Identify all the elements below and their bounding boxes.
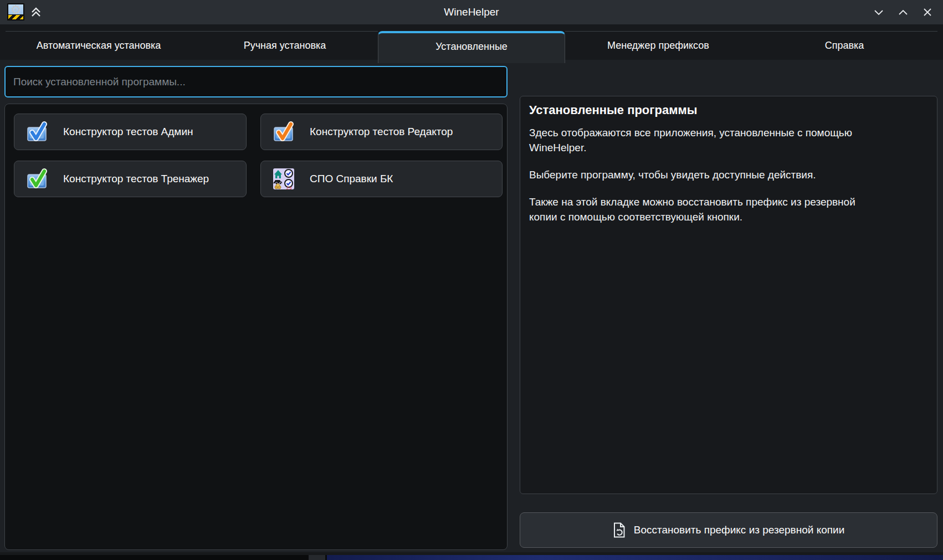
tab-auto-install[interactable]: Автоматическая установка [6,31,192,60]
program-name: Конструктор тестов Тренажер [63,173,209,185]
chevron-up-icon [897,6,909,18]
help-panel-title: Установленные программы [529,103,928,117]
titlebar[interactable]: ⚙ WineHelper [0,0,943,24]
program-name: СПО Справки БК [310,173,393,185]
board-blue-check-icon [25,120,49,143]
tab-prefix-manager[interactable]: Менеджер префиксов [565,31,751,60]
board-orange-check-icon [272,120,295,143]
minimize-button[interactable] [872,6,885,19]
help-paragraph: Также на этой вкладке можно восстановить… [529,194,884,224]
close-button[interactable] [921,6,934,19]
program-item-konstruktor-redaktor[interactable]: Конструктор тестов Редактор [260,114,503,150]
window-controls [872,0,934,24]
svg-text:2.5: 2.5 [286,186,292,190]
program-item-konstruktor-trenazher[interactable]: Конструктор тестов Тренажер [14,161,247,197]
search-input[interactable] [4,66,508,97]
programs-grid: Конструктор тестов Админ Конструктор тес… [14,114,507,197]
taskbar-blue-area[interactable] [327,555,943,560]
winehelper-window: ⚙ WineHelper [0,0,943,560]
help-paragraph: Выберите программу, чтобы увидеть доступ… [529,167,884,182]
tab-bar: Автоматическая установка Ручная установк… [0,24,943,60]
tab-manual-install[interactable]: Ручная установка [192,31,378,60]
restore-prefix-button[interactable]: Восстановить префикс из резервной копии [520,512,937,548]
desktop-taskbar-strip[interactable] [0,555,943,560]
maximize-button[interactable] [896,6,910,19]
tab-installed[interactable]: Установленные [378,31,565,63]
taskbar-item-block[interactable] [309,555,325,560]
document-restore-icon [613,522,626,538]
chevron-down-icon [873,6,885,18]
program-item-konstruktor-admin[interactable]: Конструктор тестов Админ [14,114,247,150]
help-panel: Установленные программы Здесь отображают… [520,96,937,494]
installed-programs-panel: Конструктор тестов Админ Конструктор тес… [4,104,508,550]
program-item-spo-spravki-bk[interactable]: 2.5 СПО Справки БК [260,161,503,197]
program-name: Конструктор тестов Редактор [310,126,453,138]
board-green-check-icon [25,167,49,191]
restore-button-label: Восстановить префикс из резервной копии [634,524,845,536]
window-title: WineHelper [0,0,943,24]
help-paragraph: Здесь отображаются все приложения, устан… [529,125,884,155]
spo-spravki-bk-icon: 2.5 [272,167,295,191]
tab-help[interactable]: Справка [751,31,937,60]
close-icon [921,6,934,18]
program-name: Конструктор тестов Админ [63,126,193,138]
